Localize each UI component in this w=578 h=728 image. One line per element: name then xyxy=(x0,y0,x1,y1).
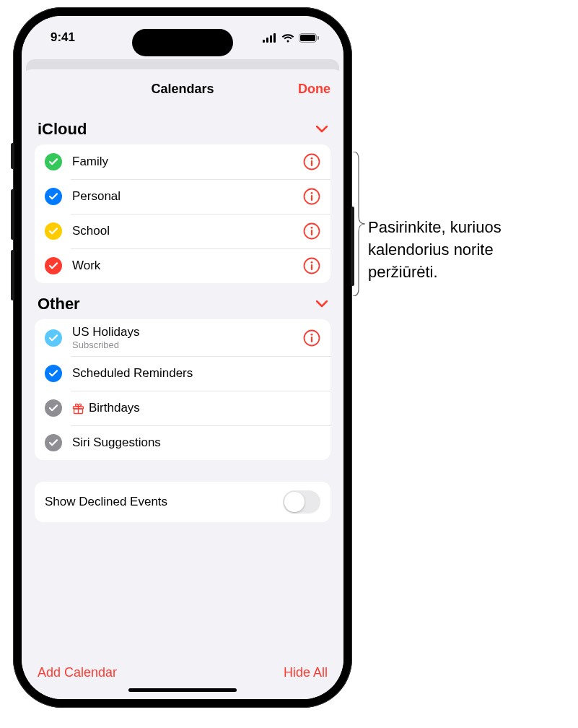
section-title: Other xyxy=(38,295,80,313)
checkmark-icon xyxy=(45,365,62,382)
toggle-knob xyxy=(284,492,305,512)
chevron-down-icon xyxy=(316,126,328,133)
toggle-label: Show Declined Events xyxy=(45,495,167,509)
sheet-content: iCloud Family Perso xyxy=(22,108,343,665)
calendar-label: Scheduled Reminders xyxy=(72,366,320,381)
svg-rect-2 xyxy=(270,35,272,43)
svg-rect-5 xyxy=(300,35,315,41)
svg-point-14 xyxy=(311,227,313,229)
volume-up-button xyxy=(11,189,14,240)
chevron-down-icon xyxy=(316,300,328,308)
calendar-row-work[interactable]: Work xyxy=(35,248,330,283)
checkmark-icon xyxy=(45,399,62,417)
sheet-header: Calendars Done xyxy=(22,69,343,108)
calendar-label: School xyxy=(72,224,303,238)
show-declined-events-toggle[interactable] xyxy=(283,490,320,514)
add-calendar-button[interactable]: Add Calendar xyxy=(38,665,117,680)
svg-rect-15 xyxy=(311,230,312,235)
icloud-calendars-card: Family Personal School xyxy=(35,144,330,283)
calendar-sublabel: Subscribed xyxy=(72,339,303,350)
svg-rect-6 xyxy=(318,36,319,40)
calendar-row-birthdays[interactable]: Birthdays xyxy=(35,391,330,425)
status-icons xyxy=(263,33,319,43)
callout-bracket xyxy=(352,152,365,296)
info-icon[interactable] xyxy=(303,188,320,205)
wifi-icon xyxy=(281,33,294,43)
calendar-label: Birthdays xyxy=(89,401,140,415)
calendar-row-siri-suggestions[interactable]: Siri Suggestions xyxy=(35,425,330,460)
svg-rect-3 xyxy=(273,33,276,43)
svg-point-11 xyxy=(311,192,313,194)
info-icon[interactable] xyxy=(303,329,320,347)
checkmark-icon xyxy=(45,222,62,240)
info-icon[interactable] xyxy=(303,222,320,240)
checkmark-icon xyxy=(45,434,62,451)
section-header-other[interactable]: Other xyxy=(35,283,330,319)
screen: 9:41 Calendars Done iCloud xyxy=(22,16,343,699)
done-button[interactable]: Done xyxy=(298,82,330,97)
calendars-sheet: Calendars Done iCloud Family xyxy=(22,69,343,699)
sheet-title: Calendars xyxy=(151,82,214,97)
other-calendars-card: US Holidays Subscribed Scheduled Reminde… xyxy=(35,319,330,460)
info-icon[interactable] xyxy=(303,257,320,274)
svg-rect-0 xyxy=(263,40,265,43)
cellular-icon xyxy=(263,33,277,43)
volume-down-button xyxy=(11,250,14,300)
calendar-row-us-holidays[interactable]: US Holidays Subscribed xyxy=(35,319,330,356)
checkmark-icon xyxy=(45,188,62,205)
hide-all-button[interactable]: Hide All xyxy=(284,665,328,680)
callout-text: Pasirinkite, kuriuos kalendorius norite … xyxy=(368,217,566,283)
svg-point-20 xyxy=(311,333,313,335)
status-time: 9:41 xyxy=(51,30,75,45)
sheet-footer: Add Calendar Hide All xyxy=(22,665,343,699)
svg-point-17 xyxy=(311,261,313,264)
calendar-label: Siri Suggestions xyxy=(72,436,320,450)
svg-rect-9 xyxy=(311,160,312,166)
svg-rect-21 xyxy=(311,337,312,342)
checkmark-icon xyxy=(45,257,62,274)
section-title: iCloud xyxy=(38,120,87,139)
svg-rect-1 xyxy=(266,38,268,43)
svg-rect-18 xyxy=(311,264,312,270)
gift-icon xyxy=(72,402,84,415)
calendar-label: Personal xyxy=(72,189,303,204)
calendar-row-school[interactable]: School xyxy=(35,214,330,248)
calendar-row-personal[interactable]: Personal xyxy=(35,179,330,214)
calendar-row-family[interactable]: Family xyxy=(35,144,330,179)
section-header-icloud[interactable]: iCloud xyxy=(35,108,330,144)
dynamic-island xyxy=(132,29,233,56)
side-button xyxy=(11,143,14,169)
checkmark-icon xyxy=(45,153,62,170)
checkmark-icon xyxy=(45,329,62,347)
calendar-label: US Holidays xyxy=(72,325,303,339)
info-icon[interactable] xyxy=(303,153,320,170)
calendar-row-scheduled-reminders[interactable]: Scheduled Reminders xyxy=(35,356,330,391)
calendar-label: Family xyxy=(72,155,303,169)
calendar-label: Work xyxy=(72,259,303,273)
svg-point-8 xyxy=(311,157,313,160)
show-declined-events-row: Show Declined Events xyxy=(35,482,330,522)
iphone-frame: 9:41 Calendars Done iCloud xyxy=(13,7,352,708)
home-indicator[interactable] xyxy=(128,688,237,692)
svg-rect-12 xyxy=(311,195,312,201)
battery-icon xyxy=(299,33,319,43)
